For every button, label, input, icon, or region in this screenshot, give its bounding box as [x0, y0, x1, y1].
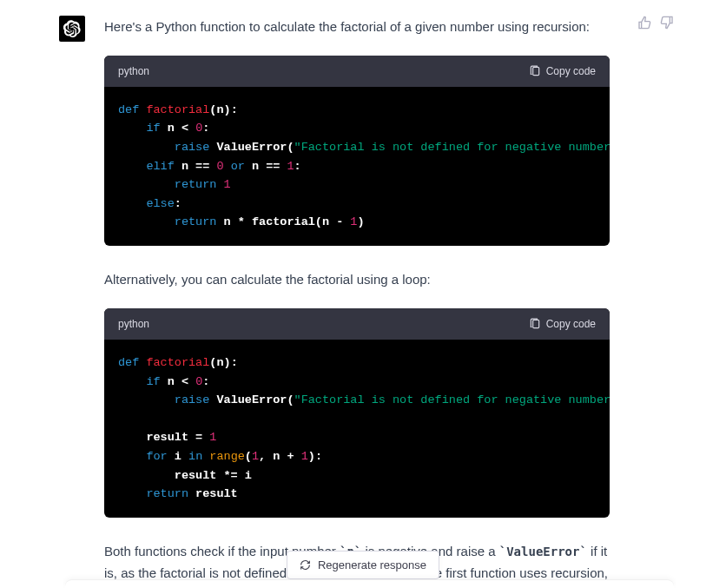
regenerate-button[interactable]: Regenerate response: [287, 551, 439, 579]
assistant-avatar: [59, 16, 85, 42]
regenerate-label: Regenerate response: [318, 558, 426, 571]
openai-logo-icon: [63, 20, 81, 37]
intro-paragraph: Here's a Python function to calculate th…: [104, 16, 611, 38]
code-block-2: python Copy code def factorial(n): if n …: [104, 308, 610, 518]
code-content[interactable]: def factorial(n): if n < 0: raise ValueE…: [104, 87, 610, 246]
clipboard-icon: [529, 318, 541, 330]
message-content: Here's a Python function to calculate th…: [104, 16, 611, 588]
input-area-peek[interactable]: [65, 579, 674, 588]
code-header: python Copy code: [104, 308, 610, 340]
code-content[interactable]: def factorial(n): if n < 0: raise ValueE…: [104, 340, 610, 518]
assistant-message: Here's a Python function to calculate th…: [0, 0, 726, 588]
refresh-icon: [300, 559, 311, 571]
thumbs-down-button[interactable]: [660, 16, 674, 588]
svg-rect-0: [532, 67, 538, 75]
clipboard-icon: [529, 65, 541, 77]
copy-code-button[interactable]: Copy code: [529, 315, 596, 333]
alt-paragraph: Alternatively, you can calculate the fac…: [104, 268, 611, 291]
copy-label: Copy code: [546, 315, 596, 333]
code-lang-label: python: [118, 63, 149, 80]
thumbs-up-button[interactable]: [637, 16, 651, 588]
svg-rect-1: [532, 320, 538, 327]
code-block-1: python Copy code def factorial(n): if n …: [104, 56, 610, 247]
thumbs-down-icon: [660, 16, 674, 30]
copy-label: Copy code: [546, 63, 596, 80]
feedback-buttons: [637, 16, 674, 588]
copy-code-button[interactable]: Copy code: [529, 63, 596, 80]
code-lang-label: python: [118, 315, 149, 333]
thumbs-up-icon: [637, 16, 651, 30]
code-header: python Copy code: [104, 56, 610, 87]
inline-code-valueerror: `ValueError`: [499, 545, 587, 558]
